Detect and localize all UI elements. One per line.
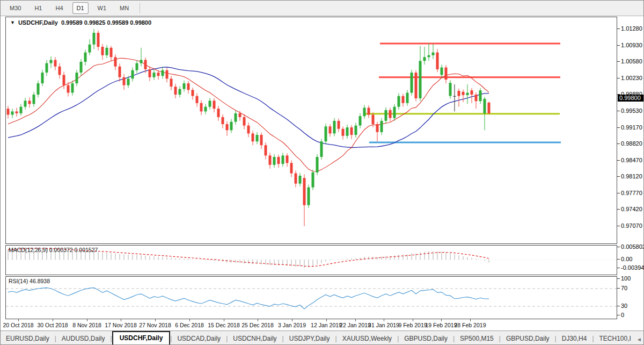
timeframe-button-d1[interactable]: D1 <box>72 2 89 14</box>
date-label: 27 Nov 2018 <box>139 322 171 328</box>
indicator-axis-label: 100 <box>621 275 631 282</box>
date-label: 8 Nov 2018 <box>72 322 101 328</box>
indicator-axis-label: 70 <box>621 285 627 291</box>
date-label: 12 Jan 2019 <box>311 322 342 328</box>
date-tick <box>470 319 471 321</box>
date-label: 19 Feb 2019 <box>426 322 457 328</box>
price-axis-tick <box>617 111 620 111</box>
chart-tab-usdcnh-4[interactable]: USDCNH,Daily <box>228 332 282 345</box>
indicator-axis-label: 0.00 <box>621 256 632 262</box>
date-tick <box>413 319 413 321</box>
symbol-dropdown-icon[interactable]: ▼ <box>10 20 15 25</box>
date-label: 28 Feb 2019 <box>455 322 486 328</box>
chart-tab-eurusd-0[interactable]: EURUSD,Daily <box>1 332 55 345</box>
date-tick <box>292 319 292 321</box>
price-axis-label: 1.01280 <box>621 25 642 32</box>
price-axis-label: 1.00930 <box>621 42 642 48</box>
date-tick <box>87 319 87 321</box>
price-axis-tick <box>617 226 620 226</box>
date-label: 3 Jan 2019 <box>278 322 306 328</box>
price-axis-tick <box>617 143 620 144</box>
price-axis-label: 0.98120 <box>621 173 642 179</box>
chart-tab-sp500-8[interactable]: SP500,M15 <box>455 332 499 345</box>
price-axis-tick <box>617 160 620 161</box>
price-axis-tick <box>617 209 620 210</box>
date-tick <box>355 319 356 321</box>
timeframe-button-h4[interactable]: H4 <box>51 2 67 14</box>
chart-tab-audusd-1[interactable]: AUDUSD,Daily <box>56 332 111 345</box>
price-axis-label: 1.00230 <box>621 75 642 81</box>
date-label: 20 Oct 2018 <box>3 322 33 328</box>
date-tick <box>258 319 258 321</box>
date-tick <box>121 319 121 321</box>
date-tick <box>18 319 19 321</box>
date-tick <box>53 319 53 321</box>
timeframe-toolbar: M30H1H4D1W1MN <box>1 1 644 16</box>
current-price-badge: 0.99800 <box>618 95 644 102</box>
indicator-axis-tick <box>617 278 620 279</box>
indicator-axis-label: 0 <box>621 312 624 318</box>
time-axis: 20 Oct 201830 Oct 20188 Nov 201817 Nov 2… <box>5 319 617 330</box>
indicator-axis-tick <box>617 306 620 306</box>
date-tick <box>441 319 442 321</box>
indicator-axis-label: 30 <box>621 303 627 309</box>
date-tick <box>224 319 224 321</box>
timeframe-button-h1[interactable]: H1 <box>30 2 46 14</box>
chart-tab-dj30-10[interactable]: DJ30,H4 <box>557 332 592 345</box>
price-axis-label: 0.97770 <box>621 190 642 196</box>
macd-indicator-panel[interactable]: MACD(12,26,9) 0.000372 0.001527 <box>5 245 617 275</box>
macd-label: MACD(12,26,9) 0.000372 0.001527 <box>9 247 98 253</box>
timeframe-button-mn[interactable]: MN <box>115 2 133 14</box>
chart-tab-gbpusd-9[interactable]: GBPUSD,Daily <box>501 332 555 345</box>
price-axis-tick <box>617 193 620 193</box>
indicator-axis-label: 0.005802 <box>621 243 644 250</box>
timeframe-button-m30[interactable]: M30 <box>5 2 25 14</box>
chart-tab-xauusd-6[interactable]: XAUUSD,Weekly <box>337 332 397 345</box>
price-axis-label: 0.99170 <box>621 124 642 131</box>
ohlc-values: 0.99589 0.99825 0.99589 0.99800 <box>61 19 151 26</box>
candlestick-chart[interactable] <box>6 17 617 243</box>
date-label: 6 Dec 2018 <box>175 322 204 328</box>
price-axis-label: 0.97420 <box>621 206 642 212</box>
price-axis-label: 0.98470 <box>621 157 642 163</box>
rsi-line <box>8 288 489 309</box>
indicator-axis-tick <box>617 288 620 289</box>
indicator-axis-tick <box>617 259 620 260</box>
timeframe-button-w1[interactable]: W1 <box>93 2 111 14</box>
price-axis-label: 0.99530 <box>621 107 642 114</box>
chart-tab-usdcad-3[interactable]: USDCAD,Daily <box>172 332 226 345</box>
price-axis-tick <box>617 127 620 128</box>
rsi-label: RSI(14) 46.8938 <box>9 278 50 284</box>
price-chart-panel[interactable]: ▼ USDCHF,Daily 0.99589 0.99825 0.99589 0… <box>5 17 617 244</box>
toolbar-divider <box>140 3 140 13</box>
chart-tab-tech100-11[interactable]: TECH100,I <box>594 332 636 345</box>
price-axis-label: 0.98820 <box>621 140 642 147</box>
date-tick <box>326 319 327 321</box>
indicator-axis-tick <box>617 268 620 268</box>
price-axis-label: 0.97070 <box>621 222 642 229</box>
trading-terminal-window: M30H1H4D1W1MN ▼ USDCHF,Daily 0.99589 0.9… <box>0 0 644 345</box>
chart-tab-usdjpy-5[interactable]: USDJPY,Daily <box>284 332 335 345</box>
symbol-ohlc-readout: ▼ USDCHF,Daily 0.99589 0.99825 0.99589 0… <box>10 19 151 26</box>
date-tick <box>189 319 190 321</box>
date-label: 22 Jan 2019 <box>340 322 371 328</box>
tab-scroll-left-icon[interactable]: ◄ <box>636 336 642 342</box>
symbol-name: USDCHF,Daily <box>18 19 58 26</box>
price-axis-tick <box>617 28 620 29</box>
indicator-axis-tick <box>617 315 620 315</box>
chart-tab-usdchf-2[interactable]: USDCHF,Daily <box>112 331 171 345</box>
date-label: 15 Dec 2018 <box>208 322 240 328</box>
chart-tab-bar: EURUSD,Daily|AUDUSD,Daily|USDCHF,Daily|U… <box>1 330 644 345</box>
price-axis-label: 1.00580 <box>621 58 642 64</box>
date-label: 17 Nov 2018 <box>105 322 137 328</box>
price-axis-tick <box>617 61 620 62</box>
indicator-axis-label: -0.003945 <box>621 264 644 271</box>
rsi-chart[interactable] <box>6 277 617 319</box>
date-label: 25 Dec 2018 <box>241 322 274 328</box>
rsi-indicator-panel[interactable]: RSI(14) 46.8938 <box>5 276 617 319</box>
chart-tab-gbpusd-7[interactable]: GBPUSD,Daily <box>399 332 453 345</box>
price-axis-tick <box>617 45 620 46</box>
candles-group <box>7 29 491 226</box>
price-axis-tick <box>617 176 620 177</box>
date-tick <box>384 319 384 321</box>
